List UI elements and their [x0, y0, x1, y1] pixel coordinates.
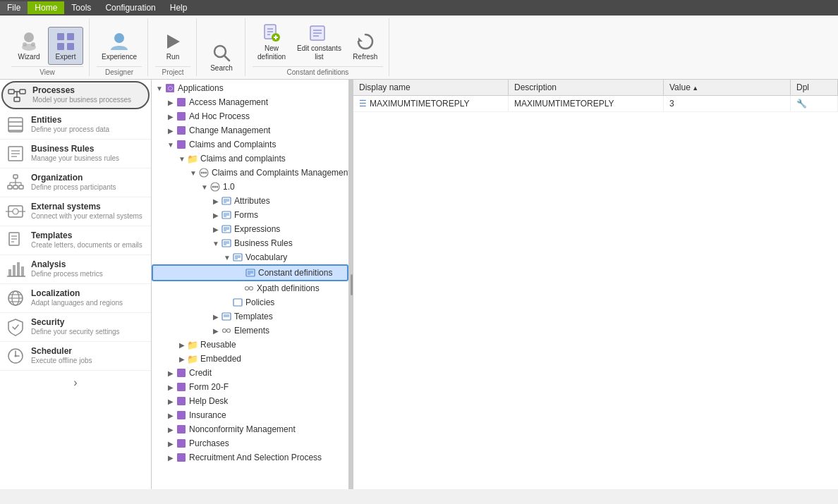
tree-item-form20f[interactable]: ▶ Form 20-F	[152, 380, 348, 394]
ribbon-group-project-title: Project	[155, 66, 190, 76]
tree-item-recruitment[interactable]: ▶ Recruitment And Selection Process	[152, 450, 348, 465]
tree-item-change-management[interactable]: ▶ Change Management	[152, 123, 348, 137]
ribbon-btn-run[interactable]: Run	[155, 27, 190, 65]
tree-item-business-rules-tree[interactable]: ▼ Business Rules	[152, 236, 348, 250]
organization-title: Organization	[31, 173, 116, 183]
tree-item-insurance[interactable]: ▶ Insurance	[152, 408, 348, 422]
expand-reusable[interactable]: ▶	[177, 341, 187, 349]
sidebar-item-entities[interactable]: Entities Define your process data	[0, 111, 151, 140]
tree-item-claims-complaints[interactable]: ▼ Claims and Complaints	[152, 137, 348, 152]
business-rules-text: Business Rules Manage your business rule…	[31, 144, 119, 163]
expand-recruitment[interactable]: ▶	[166, 454, 176, 462]
expand-help-desk[interactable]: ▶	[166, 398, 176, 405]
tree-item-applications[interactable]: ▼ ⬡ Applications	[152, 81, 348, 95]
expand-applications[interactable]: ▼	[154, 85, 164, 92]
menu-configuration[interactable]: Configuration	[98, 1, 162, 14]
menu-help[interactable]: Help	[163, 1, 195, 14]
tree-item-ad-hoc[interactable]: ▶ Ad Hoc Process	[152, 109, 348, 123]
tree-item-attributes[interactable]: ▶ Attributes	[152, 194, 348, 208]
table-row[interactable]: ☰ MAXIMUMTIMETOREPLY MAXIMUMTIMETOREPLY …	[353, 96, 838, 112]
tree-item-purchases[interactable]: ▶ Purchases	[152, 436, 348, 450]
tree-item-policies[interactable]: ▶ Policies	[152, 295, 348, 309]
version-label: 1.0	[223, 182, 235, 192]
expand-templates-tree[interactable]: ▶	[211, 313, 221, 321]
templates-icon	[6, 231, 25, 250]
expand-form20f[interactable]: ▶	[166, 383, 176, 391]
expand-business-rules-tree[interactable]: ▼	[211, 240, 221, 247]
expand-elements[interactable]: ▶	[211, 327, 221, 335]
sidebar-item-business-rules[interactable]: Business Rules Manage your business rule…	[0, 140, 151, 168]
sidebar-item-organization[interactable]: Organization Define process participants	[0, 168, 151, 197]
tree-item-reusable[interactable]: ▶ 📁 Reusable	[152, 338, 348, 352]
security-icon	[6, 317, 25, 337]
sidebar-item-scheduler[interactable]: Scheduler Execute offline jobs	[0, 342, 151, 371]
tree-item-constant-definitions[interactable]: ▶ Constant definitions	[152, 264, 348, 281]
splitter-handle	[351, 274, 353, 295]
tree-item-help-desk[interactable]: ▶ Help Desk	[152, 394, 348, 408]
tree-item-expressions[interactable]: ▶ Expressions	[152, 222, 348, 236]
ribbon: Wizard Expert View	[0, 16, 838, 80]
tree-item-vocabulary[interactable]: ▼ Vocabulary	[152, 250, 348, 264]
expand-forms[interactable]: ▶	[211, 211, 221, 219]
elements-label: Elements	[234, 326, 269, 336]
tree-item-claims-mgmt[interactable]: ▼ Claims and Complaints Management	[152, 166, 348, 180]
expand-version[interactable]: ▼	[200, 183, 210, 191]
ribbon-btn-edit-constants[interactable]: Edit constants list	[292, 18, 346, 65]
tree-item-credit[interactable]: ▶ Credit	[152, 366, 348, 380]
business-rules-title: Business Rules	[31, 144, 119, 154]
help-desk-icon	[176, 395, 187, 407]
sidebar-more-button[interactable]: ›	[0, 371, 151, 395]
tree-item-elements[interactable]: ▶ Elements	[152, 324, 348, 338]
edit-constants-icon	[308, 22, 330, 44]
expand-credit[interactable]: ▶	[166, 369, 176, 377]
tree-item-claims-complaints-sub[interactable]: ▼ 📁 Claims and complaints	[152, 152, 348, 166]
ribbon-btn-experience[interactable]: Experience	[97, 27, 142, 65]
ribbon-btn-new-definition[interactable]: New definition	[253, 18, 291, 65]
menu-home[interactable]: Home	[28, 1, 64, 14]
sidebar-item-external-systems[interactable]: External systems Connect with your exter…	[0, 197, 151, 226]
expand-access-management[interactable]: ▶	[166, 99, 176, 106]
expand-purchases[interactable]: ▶	[166, 440, 176, 448]
entities-subtitle: Define your process data	[31, 125, 109, 134]
ribbon-btn-expert[interactable]: Expert	[48, 27, 83, 65]
svg-rect-72	[177, 126, 186, 135]
expand-claims-sub[interactable]: ▼	[177, 155, 187, 163]
menu-tools[interactable]: Tools	[64, 1, 98, 14]
svg-point-3	[31, 42, 35, 47]
ribbon-btn-wizard[interactable]: Wizard	[11, 27, 47, 65]
ribbon-btn-refresh[interactable]: Refresh	[348, 27, 383, 65]
ribbon-group-designer: Experience Designer	[91, 18, 148, 76]
analysis-icon	[6, 259, 25, 279]
expand-change-management[interactable]: ▶	[166, 127, 176, 135]
tree-item-forms[interactable]: ▶ Forms	[152, 208, 348, 222]
menu-file[interactable]: File	[0, 1, 28, 14]
tree-item-access-management[interactable]: ▶ Access Management	[152, 95, 348, 109]
expand-embedded[interactable]: ▶	[177, 355, 187, 363]
tree-item-version[interactable]: ▼ 1.0	[152, 180, 348, 194]
content-panel: Display name Description Value Dpl ☰ MAX…	[353, 80, 838, 489]
expand-claims-complaints[interactable]: ▼	[166, 141, 176, 149]
business-rules-icon	[6, 144, 25, 164]
ribbon-btn-search[interactable]: Search	[204, 38, 239, 76]
tree-item-templates-tree[interactable]: ▶ Templates	[152, 309, 348, 324]
menu-bar: File Home Tools Configuration Help	[0, 0, 838, 16]
col-header-value[interactable]: Value	[664, 80, 791, 95]
expand-expressions[interactable]: ▶	[211, 226, 221, 233]
tree-item-nonconformity[interactable]: ▶ Nonconformity Management	[152, 422, 348, 436]
sidebar-item-processes[interactable]: Processes Model your business processes	[1, 81, 150, 109]
svg-point-79	[212, 186, 214, 188]
sidebar-item-security[interactable]: Security Define your security settings	[0, 313, 151, 342]
tree-item-embedded[interactable]: ▶ 📁 Embedded	[152, 352, 348, 366]
sidebar-item-analysis[interactable]: Analysis Define process metrics	[0, 255, 151, 284]
sidebar-item-localization[interactable]: Localization Adapt languages and regions	[0, 284, 151, 313]
expand-ad-hoc[interactable]: ▶	[166, 113, 176, 121]
expand-claims-mgmt[interactable]: ▼	[188, 169, 198, 177]
sidebar-item-templates[interactable]: Templates Create letters, documents or e…	[0, 226, 151, 255]
expand-attributes[interactable]: ▶	[211, 197, 221, 205]
expand-vocabulary[interactable]: ▼	[222, 254, 232, 262]
processes-subtitle: Model your business processes	[32, 95, 131, 104]
expand-nonconformity[interactable]: ▶	[166, 426, 176, 434]
tree-item-xpath[interactable]: ▶ Xpath definitions	[152, 281, 348, 295]
expand-insurance[interactable]: ▶	[166, 412, 176, 419]
col-header-display-name[interactable]: Display name	[353, 80, 509, 95]
